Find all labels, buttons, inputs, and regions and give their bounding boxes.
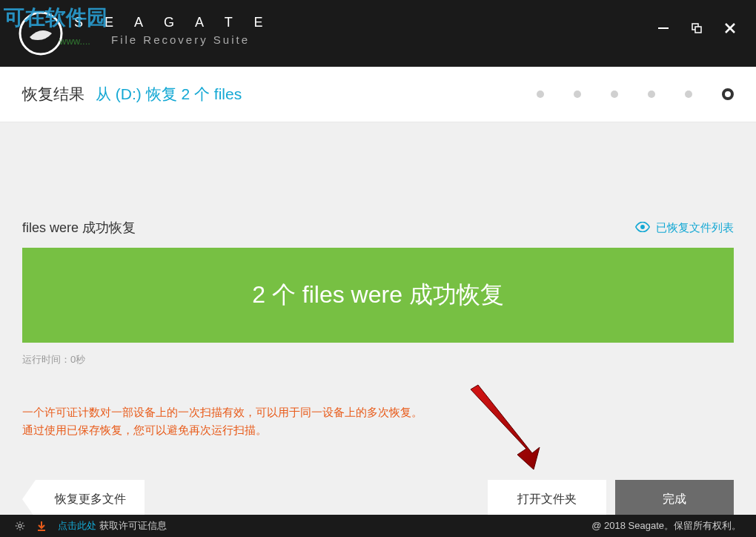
download-icon[interactable] — [36, 521, 47, 531]
watermark-logo: 可在软件园 — [4, 4, 107, 32]
svg-point-7 — [19, 524, 21, 527]
license-message: 一个许可证计数对一部设备上的一次扫描有效，可以用于同一设备上的多次恢复。 通过使… — [22, 403, 734, 439]
result-label: 恢复结果 — [22, 84, 84, 105]
product-name: File Recovery Suite — [111, 33, 271, 46]
progress-step-2 — [574, 90, 581, 98]
minimize-button[interactable] — [656, 21, 671, 36]
progress-step-1 — [537, 90, 544, 98]
drive-info: 从 (D:) 恢复 2 个 files — [96, 84, 242, 105]
license-line-2: 通过使用已保存恢复，您可以避免再次运行扫描。 — [22, 421, 734, 439]
open-folder-button[interactable]: 打开文件夹 — [488, 480, 606, 518]
recover-more-button[interactable]: 恢复更多文件 — [22, 480, 145, 518]
recovered-files-link[interactable]: 已恢复文件列表 — [635, 221, 734, 235]
progress-step-3 — [611, 90, 618, 98]
watermark-url: www.... — [59, 36, 90, 47]
window-controls — [656, 21, 737, 36]
progress-step-5 — [685, 90, 692, 98]
titlebar: S E A G A T E File Recovery Suite — [0, 0, 756, 67]
recovered-link-text: 已恢复文件列表 — [656, 221, 734, 235]
svg-point-6 — [640, 225, 645, 229]
progress-step-6 — [722, 88, 734, 100]
header-row: 恢复结果 从 (D:) 恢复 2 个 files — [0, 67, 756, 122]
license-line-1: 一个许可证计数对一部设备上的一次扫描有效，可以用于同一设备上的多次恢复。 — [22, 403, 734, 421]
footer: 点击此处 获取许可证信息 @ 2018 Seagate。保留所有权利。 — [0, 515, 756, 537]
click-here-link[interactable]: 点击此处 — [58, 520, 96, 531]
success-banner: 2 个 files were 成功恢复 — [22, 248, 734, 343]
svg-rect-3 — [695, 27, 701, 33]
close-button[interactable] — [723, 21, 737, 36]
runtime-text: 运行时间：0秒 — [22, 353, 734, 366]
copyright-text: @ 2018 Seagate。保留所有权利。 — [591, 519, 741, 533]
settings-gear-icon[interactable] — [15, 521, 25, 531]
maximize-button[interactable] — [689, 21, 704, 36]
license-info-text: 获取许可证信息 — [96, 520, 167, 531]
main-content: files were 成功恢复 已恢复文件列表 2 个 files were 成… — [0, 122, 756, 518]
done-button[interactable]: 完成 — [615, 480, 734, 518]
progress-step-4 — [648, 90, 655, 98]
progress-dots — [537, 88, 734, 100]
success-title: files were 成功恢复 — [22, 219, 136, 237]
eye-icon — [635, 222, 650, 234]
